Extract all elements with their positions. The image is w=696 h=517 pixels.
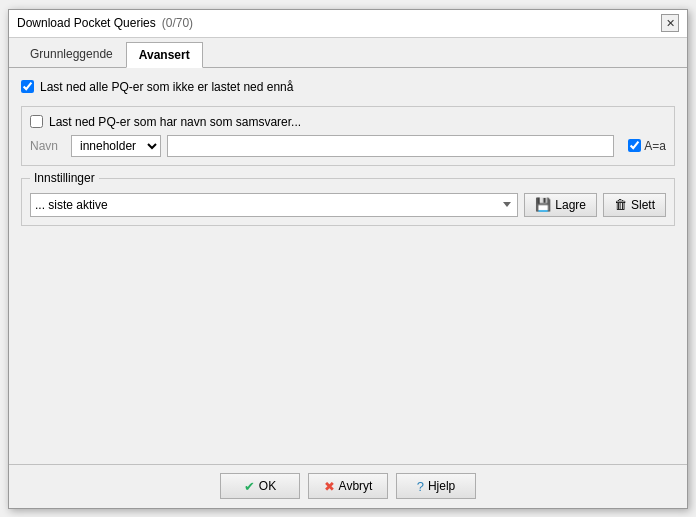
filter-group: Last ned PQ-er som har navn som samsvare…	[21, 106, 675, 166]
help-icon: ?	[417, 479, 424, 494]
settings-select[interactable]: ... siste aktiveEgendefinert 1Egendefine…	[30, 193, 518, 217]
footer: ✔ OK ✖ Avbryt ? Hjelp	[9, 464, 687, 508]
content-area: Last ned alle PQ-er som ikke er lastet n…	[9, 68, 687, 464]
cancel-icon: ✖	[324, 479, 335, 494]
save-button[interactable]: 💾 Lagre	[524, 193, 597, 217]
trash-icon: 🗑	[614, 197, 627, 212]
download-all-row: Last ned alle PQ-er som ikke er lastet n…	[21, 80, 675, 94]
cancel-button[interactable]: ✖ Avbryt	[308, 473, 388, 499]
window-count: (0/70)	[162, 16, 193, 30]
tab-avansert[interactable]: Avansert	[126, 42, 203, 68]
download-all-label: Last ned alle PQ-er som ikke er lastet n…	[40, 80, 293, 94]
help-button[interactable]: ? Hjelp	[396, 473, 476, 499]
filter-text-input[interactable]	[167, 135, 614, 157]
filter-row: Navn inneholderstarter medslutter meder …	[30, 135, 666, 157]
window-title: Download Pocket Queries	[17, 16, 156, 30]
main-window: Download Pocket Queries (0/70) ✕ Grunnle…	[8, 9, 688, 509]
filter-type-select[interactable]: inneholderstarter medslutter meder lik	[71, 135, 161, 157]
case-sensitive-label: A=a	[644, 139, 666, 153]
case-sensitive-row: A=a	[628, 139, 666, 153]
settings-legend: Innstillinger	[30, 171, 99, 185]
filter-label: Last ned PQ-er som har navn som samsvare…	[49, 115, 301, 129]
name-label: Navn	[30, 139, 65, 153]
download-all-section: Last ned alle PQ-er som ikke er lastet n…	[21, 80, 675, 94]
download-all-checkbox[interactable]	[21, 80, 34, 93]
tab-bar: Grunnleggende Avansert	[9, 38, 687, 68]
settings-row: ... siste aktiveEgendefinert 1Egendefine…	[30, 193, 666, 217]
delete-button[interactable]: 🗑 Slett	[603, 193, 666, 217]
filter-checkbox-row: Last ned PQ-er som har navn som samsvare…	[30, 115, 666, 129]
save-icon: 💾	[535, 197, 551, 212]
close-button[interactable]: ✕	[661, 14, 679, 32]
title-bar: Download Pocket Queries (0/70) ✕	[9, 10, 687, 38]
tab-grunnleggende[interactable]: Grunnleggende	[17, 41, 126, 67]
case-sensitive-checkbox[interactable]	[628, 139, 641, 152]
ok-button[interactable]: ✔ OK	[220, 473, 300, 499]
settings-group: Innstillinger ... siste aktiveEgendefine…	[21, 178, 675, 226]
ok-icon: ✔	[244, 479, 255, 494]
title-bar-left: Download Pocket Queries (0/70)	[17, 16, 193, 30]
filter-checkbox[interactable]	[30, 115, 43, 128]
